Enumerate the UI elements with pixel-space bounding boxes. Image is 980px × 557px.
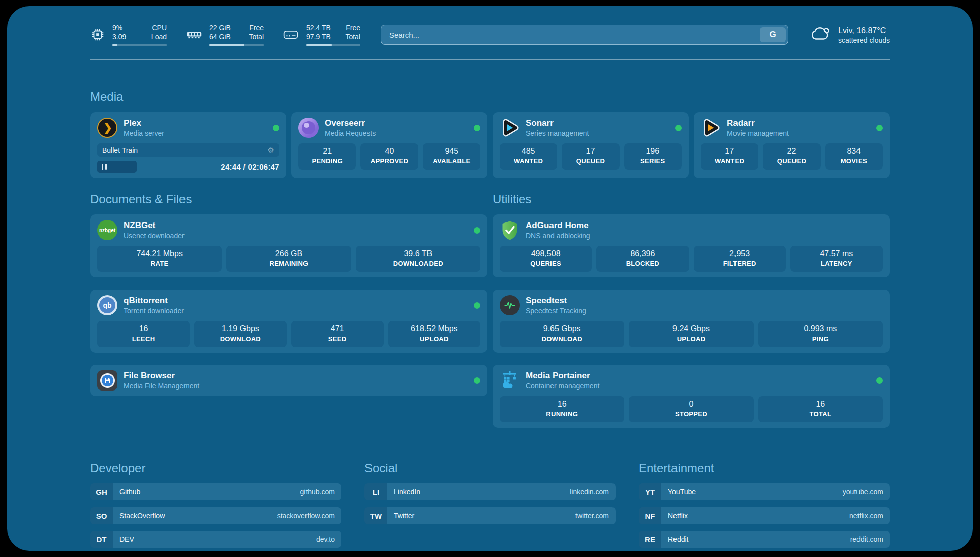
card-sonarr[interactable]: Sonarr Series management 485 WANTED 17 Q…: [493, 112, 689, 178]
bookmark-name: Netflix: [668, 512, 688, 520]
pause-button[interactable]: [97, 161, 137, 173]
stat-download: 1.19 Gbps DOWNLOAD: [194, 321, 286, 347]
card-qbittorrent[interactable]: qb qBittorrent Torrent downloader 16: [90, 290, 487, 353]
memory-icon: [186, 29, 202, 41]
pause-icon: [102, 164, 103, 170]
bookmark-abbr: SO: [90, 507, 113, 524]
disk-icon: [283, 29, 299, 41]
card-speedtest[interactable]: Speedtest Speedtest Tracking 9.65 Gbps D…: [493, 290, 890, 353]
section-title-developer: Developer: [90, 461, 341, 475]
now-playing-row: Bullet Train ⚙: [97, 143, 279, 157]
bookmark-dev[interactable]: DT DEV dev.to: [90, 531, 341, 548]
card-title: Plex: [124, 118, 164, 129]
card-adguard[interactable]: AdGuard Home DNS and adblocking 498,508 …: [493, 214, 890, 277]
speedtest-icon: [500, 295, 520, 315]
bookmark-group-entertainment: Entertainment YT YouTube youtube.com NF …: [639, 461, 890, 548]
gear-icon[interactable]: ⚙: [268, 146, 274, 154]
memory-widget: 22 GiB 64 GiB Free Total: [186, 23, 264, 46]
cpu-usage-value: 9%: [112, 23, 126, 32]
cpu-usage-label: CPU: [151, 23, 167, 32]
sonarr-icon: [500, 118, 520, 138]
stat-leech: 16 LEECH: [97, 321, 190, 347]
search-input[interactable]: [381, 25, 788, 45]
card-filebrowser[interactable]: File Browser Media File Management: [90, 365, 487, 396]
card-subtitle: DNS and adblocking: [526, 231, 590, 240]
card-title: Radarr: [727, 118, 789, 129]
card-title: qBittorrent: [124, 295, 184, 306]
stat-wanted: 17 WANTED: [701, 143, 758, 170]
status-dot: [273, 125, 279, 131]
status-dot: [474, 377, 480, 384]
stat-filtered: 2,953 FILTERED: [694, 246, 786, 272]
weather-widget: Lviv, 16.87°C scattered clouds: [809, 25, 890, 45]
disk-free-label: Free: [345, 23, 360, 32]
bookmark-netflix[interactable]: NF Netflix netflix.com: [639, 507, 890, 524]
stat-latency: 47.57 ms LATENCY: [790, 246, 883, 272]
card-subtitle: Media Requests: [325, 129, 376, 138]
bookmark-youtube[interactable]: YT YouTube youtube.com: [639, 483, 890, 500]
resource-widgets: 9% 3.09 CPU Load: [90, 23, 360, 46]
qbittorrent-icon: qb: [97, 295, 117, 315]
cloud-icon: [809, 25, 832, 45]
section-title-documents: Documents & Files: [90, 192, 487, 206]
weather-condition: scattered clouds: [838, 36, 890, 45]
search-provider-button[interactable]: G: [760, 27, 786, 42]
card-nzbget[interactable]: nzbget NZBGet Usenet downloader 744.21 M…: [90, 214, 487, 277]
bookmark-group-social: Social LI LinkedIn linkedin.com TW Twitt…: [364, 461, 616, 548]
radarr-icon: [701, 118, 721, 138]
stat-rate: 744.21 Mbps RATE: [97, 246, 222, 272]
topbar-divider: [90, 59, 890, 60]
bookmark-url: linkedin.com: [570, 488, 609, 496]
plex-icon: ❯: [97, 118, 117, 138]
cpu-load-value: 3.09: [112, 32, 126, 41]
memory-total-label: Total: [249, 32, 264, 41]
status-dot: [675, 125, 682, 131]
bookmark-name: LinkedIn: [394, 488, 420, 496]
bookmark-abbr: TW: [364, 507, 387, 524]
cpu-load-label: Load: [151, 32, 167, 41]
card-title: Media Portainer: [526, 370, 599, 381]
bookmark-abbr: DT: [90, 531, 113, 548]
card-subtitle: Media File Management: [124, 381, 199, 391]
search-bar: G: [381, 25, 788, 45]
bookmark-url: reddit.com: [850, 535, 883, 543]
card-portainer[interactable]: Media Portainer Container management 16 …: [493, 365, 890, 428]
bookmark-linkedin[interactable]: LI LinkedIn linkedin.com: [364, 483, 616, 500]
bookmark-url: github.com: [300, 488, 335, 496]
documents-column: Documents & Files nzbget NZBGet Usenet d…: [90, 192, 487, 428]
adguard-icon: [500, 220, 520, 240]
stat-stopped: 0 STOPPED: [629, 396, 753, 422]
cpu-progress-bar: [112, 44, 167, 46]
memory-free-label: Free: [249, 23, 264, 32]
card-radarr[interactable]: Radarr Movie management 17 WANTED 22 QUE…: [694, 112, 890, 178]
bookmark-url: netflix.com: [849, 512, 883, 520]
bookmark-twitter[interactable]: TW Twitter twitter.com: [364, 507, 616, 524]
status-dot: [474, 125, 480, 131]
card-title: File Browser: [124, 370, 199, 381]
stat-blocked: 86,396 BLOCKED: [596, 246, 689, 272]
playback-time: 24:44 / 02:06:47: [221, 162, 279, 171]
bookmark-github[interactable]: GH Github github.com: [90, 483, 341, 500]
disk-total-value: 97.9 TB: [306, 32, 331, 41]
status-dot: [474, 302, 480, 309]
memory-total-value: 64 GiB: [209, 32, 231, 41]
card-subtitle: Speedtest Tracking: [526, 306, 586, 315]
disk-widget: 52.4 TB 97.9 TB Free Total: [283, 23, 360, 46]
card-subtitle: Torrent downloader: [124, 306, 184, 315]
bookmark-stackoverflow[interactable]: SO StackOverflow stackoverflow.com: [90, 507, 341, 524]
utilities-column: Utilities: [493, 192, 890, 428]
stat-upload: 9.24 Gbps UPLOAD: [629, 321, 753, 347]
card-plex[interactable]: ❯ Plex Media server Bullet Train ⚙: [90, 112, 286, 178]
now-playing-title: Bullet Train: [102, 146, 138, 154]
bookmark-reddit[interactable]: RE Reddit reddit.com: [639, 531, 890, 548]
memory-progress-bar: [209, 44, 264, 46]
bookmark-name: DEV: [119, 535, 134, 543]
status-dot: [876, 125, 883, 131]
stat-ping: 0.993 ms PING: [758, 321, 883, 347]
status-dot: [474, 227, 480, 234]
stat-total: 16 TOTAL: [758, 396, 883, 422]
section-title-social: Social: [364, 461, 616, 475]
stat-queued: 17 QUEUED: [562, 143, 619, 170]
card-overseerr[interactable]: Overseerr Media Requests 21 PENDING 40 A…: [291, 112, 487, 178]
bookmark-abbr: YT: [639, 483, 661, 500]
